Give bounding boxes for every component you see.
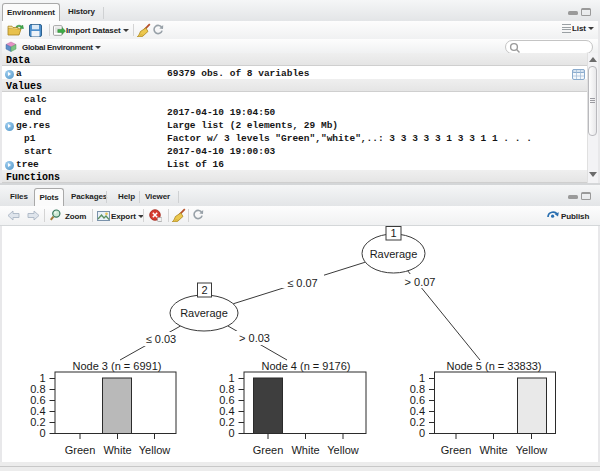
svg-text:Yellow: Yellow [139,444,170,456]
svg-text:Node 4 (n = 9176): Node 4 (n = 9176) [262,360,351,372]
svg-text:Node 5 (n = 33833): Node 5 (n = 33833) [446,360,541,372]
svg-text:Green: Green [441,444,472,456]
svg-text:Yellow: Yellow [327,444,358,456]
svg-text:≤ 0.03: ≤ 0.03 [146,333,177,345]
svg-text:Yellow: Yellow [516,444,547,456]
svg-text:White: White [479,444,507,456]
svg-text:Raverage: Raverage [180,307,228,319]
svg-text:1: 1 [390,227,396,239]
svg-text:Green: Green [253,444,284,456]
svg-text:≤ 0.07: ≤ 0.07 [287,277,318,289]
svg-text:White: White [103,444,131,456]
svg-text:Green: Green [65,444,96,456]
svg-text:> 0.03: > 0.03 [239,332,270,344]
svg-text:0: 0 [39,427,45,439]
svg-text:Raverage: Raverage [370,248,418,260]
svg-text:2: 2 [201,284,207,296]
svg-text:0: 0 [419,427,425,439]
svg-text:> 0.07: > 0.07 [405,276,436,288]
svg-text:0: 0 [228,427,234,439]
svg-text:Node 3 (n = 6991): Node 3 (n = 6991) [73,360,162,372]
svg-text:White: White [291,444,319,456]
